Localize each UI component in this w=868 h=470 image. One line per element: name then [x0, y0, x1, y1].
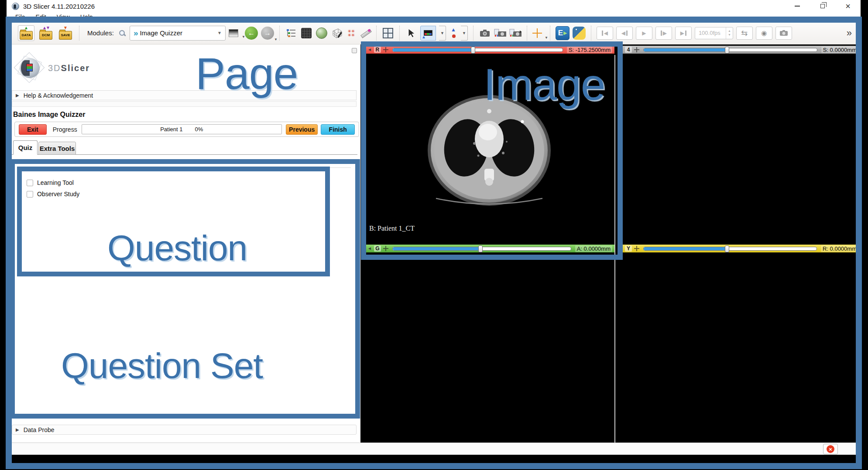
tab-extra-tools[interactable]: Extra Tools: [38, 142, 76, 155]
toolbar-separator: [399, 26, 400, 41]
sequence-previous-frame-button[interactable]: ◀: [616, 27, 633, 40]
spinner-arrows-icon[interactable]: ▲▼: [726, 27, 733, 39]
slicer-logo: 3DSlicer: [16, 54, 90, 82]
scene-view-capture-button[interactable]: [494, 27, 506, 39]
toolbar-overflow-button[interactable]: »: [847, 27, 854, 39]
window-controls: ×: [785, 0, 861, 12]
sequence-snapshot-button[interactable]: [775, 27, 792, 40]
image-quizzer-module-icon: »: [134, 29, 137, 37]
transforms-mesh-icon[interactable]: [331, 27, 343, 39]
minimize-icon: [795, 6, 800, 7]
slice-links-icon[interactable]: [634, 47, 639, 52]
restore-button[interactable]: [810, 0, 835, 12]
pin-icon[interactable]: ◄: [367, 48, 372, 52]
tab-quiz[interactable]: Quiz: [13, 140, 38, 155]
window-level-button[interactable]: ▲: [420, 26, 436, 41]
markups-fiducial-icon[interactable]: ✳✳✳✳: [346, 29, 357, 37]
slider-fill: [644, 247, 727, 250]
question-set-frame: Learning Tool Observer Study: [21, 171, 327, 273]
module-history-button[interactable]: ▼: [229, 29, 242, 37]
module-panel: 3DSlicer ▶ Help & Acknowledgement Baines…: [8, 44, 360, 440]
python-console-button[interactable]: [573, 27, 586, 40]
volume-rendering-sphere-icon[interactable]: [316, 27, 328, 39]
module-selector-dropdown[interactable]: » Image Quizzer ▼: [130, 26, 226, 41]
toolbar-separator: [591, 26, 591, 41]
green-orientation-badge[interactable]: G: [374, 245, 381, 252]
subject-hierarchy-icon[interactable]: [285, 27, 297, 39]
sphere-icon: [316, 27, 327, 39]
progress-percent: 0%: [195, 126, 203, 133]
slider-handle[interactable]: [725, 245, 729, 252]
slice4-controller: 4 S: 0.0000mm: [623, 46, 861, 54]
extensions-manager-button[interactable]: E▶: [556, 26, 570, 40]
title-bar: 3D Slicer 4.11.20210226 ×: [7, 0, 861, 12]
camera-icon: [779, 30, 788, 36]
previous-button[interactable]: Previous: [286, 124, 318, 135]
bar-icon: [602, 31, 603, 36]
toolbar-separator: [527, 26, 527, 41]
green-slice-slider[interactable]: [392, 247, 571, 251]
yellow-slice-slider[interactable]: [643, 247, 817, 251]
slice-links-icon[interactable]: [383, 246, 388, 251]
place-point-dropdown[interactable]: ▼: [461, 26, 468, 41]
slice-links-icon[interactable]: [383, 47, 388, 52]
screenshot-button[interactable]: [479, 27, 491, 39]
red-slice-slider[interactable]: [392, 48, 563, 52]
fps-spinbox[interactable]: 100.0fps ▲▼: [695, 27, 733, 39]
viewer-divider: [614, 55, 615, 443]
load-data-button[interactable]: ▲ DATA: [18, 25, 34, 41]
data-probe-section[interactable]: ▶ Data Probe: [12, 425, 357, 435]
close-icon: ×: [845, 2, 851, 10]
place-point-button[interactable]: [449, 27, 458, 39]
main-toolbar: ▲ DATA ▲▼ DCM ▼ SAVE Modules: » Image Qu…: [7, 22, 861, 44]
exit-button[interactable]: Exit: [19, 124, 47, 135]
error-log-button[interactable]: ×: [823, 444, 838, 454]
slice-links-icon[interactable]: [634, 246, 639, 251]
slider-fill: [393, 247, 480, 250]
slider-handle[interactable]: [478, 245, 483, 252]
cube-icon: [301, 28, 312, 38]
quiz-controls-frame: Exit Progress Patient 1 0% Previous Fini…: [14, 122, 359, 137]
history-gradient-icon: [229, 29, 238, 37]
layout-selector-button[interactable]: [382, 27, 394, 39]
slider-handle[interactable]: [725, 47, 729, 54]
close-button[interactable]: ×: [835, 0, 861, 12]
sequence-loop-button[interactable]: ⇆: [736, 27, 753, 40]
mouse-interaction-button[interactable]: [405, 27, 417, 39]
window-level-dropdown[interactable]: ▼: [439, 26, 446, 41]
module-forward-button[interactable]: →▼: [261, 27, 274, 40]
save-button[interactable]: ▼ SAVE: [57, 25, 74, 41]
collapse-arrow-icon: ▶: [16, 427, 19, 432]
load-dicom-button[interactable]: ▲▼ DCM: [38, 25, 54, 41]
slider-handle[interactable]: [471, 47, 475, 54]
sequence-record-button[interactable]: ◉: [756, 27, 772, 40]
sequence-first-frame-button[interactable]: ◀: [597, 27, 613, 40]
slice4-orientation-badge[interactable]: 4: [625, 47, 632, 53]
minimize-button[interactable]: [785, 0, 810, 12]
slicer-app-icon: [12, 3, 19, 10]
module-back-button[interactable]: ←: [245, 27, 258, 40]
help-acknowledgement-section[interactable]: ▶ Help & Acknowledgement: [12, 90, 357, 100]
selected-module: Image Quizzer: [140, 29, 182, 37]
modules-label: Modules:: [87, 29, 114, 37]
panel-pin-icon[interactable]: [352, 48, 357, 53]
sequence-play-button[interactable]: ▶: [636, 27, 652, 40]
slider-fill: [393, 48, 473, 51]
yellow-orientation-badge[interactable]: Y: [625, 245, 632, 252]
annotations-ruler-icon[interactable]: [360, 27, 371, 39]
scene-view-restore-button[interactable]: [509, 27, 521, 39]
module-title: Baines Image Quizzer: [13, 111, 85, 119]
data-module-cube-icon[interactable]: [300, 27, 312, 39]
sequence-last-frame-button[interactable]: ▶: [675, 27, 692, 40]
slice4-slider[interactable]: [643, 48, 817, 52]
checkbox-observer-study[interactable]: [27, 191, 33, 198]
sequence-next-frame-button[interactable]: ▶: [655, 27, 672, 40]
crosshair-button[interactable]: ▼: [532, 28, 545, 38]
screenshot-root: 3D Slicer 4.11.20210226 × File Edit View…: [0, 0, 868, 470]
ct-axial-lung-image[interactable]: [424, 90, 555, 212]
module-search-icon[interactable]: [119, 30, 126, 37]
red-orientation-badge[interactable]: R: [374, 47, 381, 53]
pin-icon[interactable]: ◄: [367, 246, 372, 251]
checkbox-learning-tool[interactable]: [27, 180, 33, 186]
finish-button[interactable]: Finish: [321, 124, 355, 135]
